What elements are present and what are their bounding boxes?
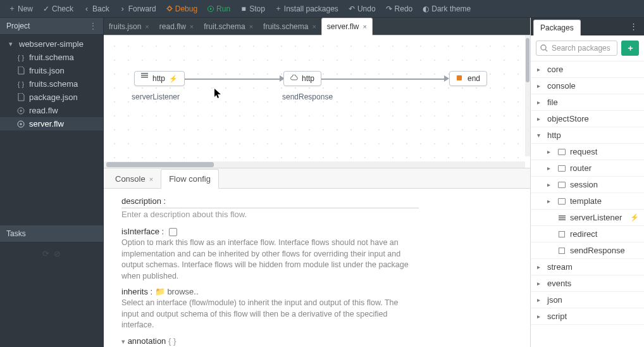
horizontal-scrollbar[interactable]	[104, 161, 525, 168]
arrow-icon	[444, 75, 449, 82]
vertical-scrollbar[interactable]	[525, 35, 530, 156]
tab-fruits-schema[interactable]: fruits.schema×	[258, 18, 321, 35]
flow-icon	[16, 120, 25, 129]
project-panel-header: Project ⋮	[0, 18, 103, 35]
module-icon	[557, 246, 566, 255]
tab-console[interactable]: Console×	[108, 170, 161, 188]
module-icon	[557, 230, 566, 239]
close-icon[interactable]: ×	[190, 23, 194, 30]
forward-button[interactable]: ›Forward	[115, 0, 161, 17]
node-sendresponse[interactable]: http	[283, 71, 321, 86]
redo-button[interactable]: ↷Redo	[381, 0, 418, 17]
run-button[interactable]: Run	[202, 0, 235, 17]
pkg-core[interactable]: ▸core	[531, 61, 644, 78]
pkg-http-serverlistener[interactable]: serverListener⚡	[531, 210, 644, 226]
undo-button[interactable]: ↶Undo	[344, 0, 381, 17]
add-package-button[interactable]: ＋	[621, 41, 639, 56]
tab-fruits-json[interactable]: fruits.json×	[104, 18, 154, 35]
file-package-json[interactable]: package.json	[0, 91, 103, 104]
schema-icon: { }	[16, 53, 25, 62]
pkg-http-template[interactable]: ▸template	[531, 193, 644, 210]
close-icon[interactable]: ×	[145, 23, 149, 30]
close-icon[interactable]: ×	[149, 175, 153, 183]
pkg-json[interactable]: ▸json	[531, 292, 644, 308]
packages-list: ▸core ▸console ▸file ▸objectStore ▾http …	[531, 61, 644, 347]
file-fruits-schema[interactable]: { }fruits.schema	[0, 77, 103, 91]
pkg-stream[interactable]: ▸stream	[531, 259, 644, 275]
debug-button[interactable]: Debug	[161, 0, 202, 17]
folder-icon	[557, 164, 566, 173]
svg-point-10	[541, 45, 546, 50]
inherits-browse-button[interactable]: 📁 browse..	[155, 287, 199, 296]
new-button[interactable]: ＋New	[4, 0, 38, 17]
tasks-sync-icon[interactable]: ⟳ ⊘	[42, 249, 61, 258]
pkg-http[interactable]: ▾http	[531, 127, 644, 144]
chevron-right-icon: ▸	[537, 99, 543, 106]
node-label: serverListener	[132, 92, 180, 101]
file-fruit-schema[interactable]: { }fruit.schema	[0, 51, 103, 64]
chevron-right-icon: ▸	[537, 82, 543, 89]
packages-search-input[interactable]: Search packages	[536, 41, 617, 56]
node-serverlistener[interactable]: http ⚡	[134, 71, 185, 86]
tab-server-flw[interactable]: server.flw×	[321, 18, 373, 35]
pkg-http-request[interactable]: ▸request	[531, 144, 644, 160]
chevron-down-icon[interactable]: ▾	[121, 338, 125, 345]
flow-config-panel: description : Enter a description about …	[104, 189, 530, 347]
dark-theme-button[interactable]: ◐Dark theme	[418, 0, 476, 17]
file-server-flw[interactable]: server.flw	[0, 117, 103, 130]
svg-rect-9	[457, 75, 462, 80]
pkg-script[interactable]: ▸script	[531, 308, 644, 325]
close-icon[interactable]: ×	[249, 23, 253, 30]
isinterface-checkbox[interactable]	[169, 228, 177, 236]
pkg-objectstore[interactable]: ▸objectStore	[531, 111, 644, 127]
pkg-http-sendresponse[interactable]: sendResponse	[531, 243, 644, 259]
chevron-right-icon: ▸	[547, 165, 554, 172]
trigger-icon: ⚡	[169, 75, 178, 83]
chevron-down-icon: ▾	[537, 132, 543, 139]
chevron-down-icon: ▾	[6, 40, 15, 49]
back-button[interactable]: ‹Back	[78, 0, 115, 17]
pkg-events[interactable]: ▸events	[531, 275, 644, 292]
flow-icon	[16, 106, 25, 115]
flow-edge	[313, 79, 445, 80]
bars-icon	[141, 75, 149, 82]
close-icon[interactable]: ×	[312, 23, 316, 30]
svg-point-0	[168, 7, 171, 10]
chevron-right-icon: ▸	[537, 280, 543, 287]
tasks-body: ⟳ ⊘	[0, 243, 103, 348]
pkg-http-session[interactable]: ▸session	[531, 177, 644, 193]
tab-flow-config[interactable]: Flow config	[161, 169, 219, 189]
file-read-flw[interactable]: read.flw	[0, 104, 103, 117]
description-placeholder: Enter a description about this flow.	[121, 210, 512, 219]
stop-button[interactable]: ■Stop	[235, 0, 270, 17]
install-packages-button[interactable]: ＋Install packages	[270, 0, 344, 17]
check-button[interactable]: ✓Check	[38, 0, 78, 17]
pkg-http-router[interactable]: ▸router	[531, 160, 644, 177]
project-menu-icon[interactable]: ⋮	[89, 22, 97, 30]
trigger-icon: ⚡	[630, 213, 639, 222]
pkg-console[interactable]: ▸console	[531, 78, 644, 94]
node-end[interactable]: end	[449, 71, 487, 86]
file-fruits-json[interactable]: fruits.json	[0, 64, 103, 77]
packages-tab[interactable]: Packages	[533, 20, 581, 35]
flow-canvas[interactable]: http ⚡ serverListener http sendResponse …	[104, 35, 530, 168]
pkg-http-redirect[interactable]: redirect	[531, 226, 644, 243]
tab-fruit-schema[interactable]: fruit.schema×	[199, 18, 258, 35]
mouse-cursor-icon	[214, 89, 222, 99]
svg-marker-6	[210, 8, 212, 10]
bottom-tab-bar: Console× Flow config	[104, 168, 530, 189]
description-input[interactable]	[121, 207, 419, 208]
search-icon	[540, 44, 548, 52]
tab-read-flw[interactable]: read.flw×	[154, 18, 199, 35]
flow-edge	[175, 79, 281, 80]
bars-icon	[557, 213, 566, 222]
packages-menu-icon[interactable]: ⋮	[626, 22, 641, 31]
editor-tab-bar: fruits.json× read.flw× fruit.schema× fru…	[104, 18, 530, 35]
file-icon	[16, 66, 25, 75]
chevron-right-icon: ▸	[547, 198, 554, 205]
project-root[interactable]: ▾ webserver-simple	[0, 37, 103, 51]
folder-icon	[557, 180, 566, 189]
pkg-file[interactable]: ▸file	[531, 94, 644, 111]
isinterface-label: isInterface :	[121, 227, 164, 236]
close-icon[interactable]: ×	[363, 23, 367, 30]
